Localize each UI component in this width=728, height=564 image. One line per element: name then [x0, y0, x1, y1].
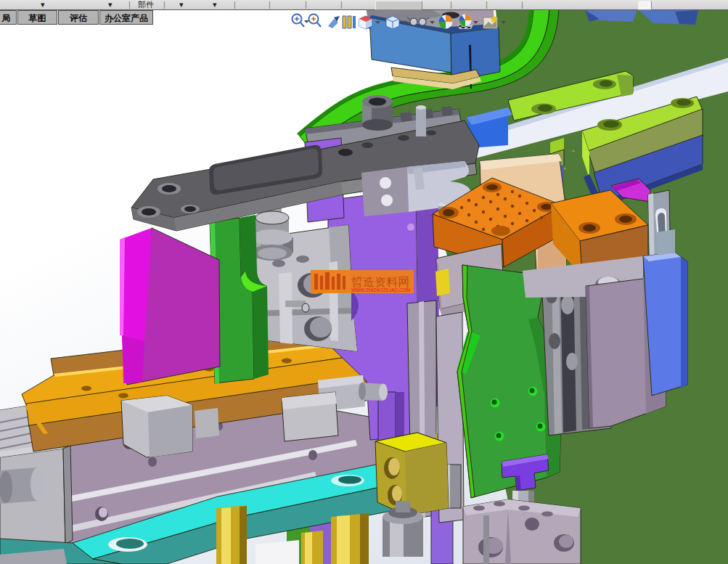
svg-text:晢造资料网: 晢造资料网 — [351, 276, 409, 288]
svg-text:WWW.ZHIZAOZILIAO.COM: WWW.ZHIZAOZILIAO.COM — [351, 287, 410, 293]
